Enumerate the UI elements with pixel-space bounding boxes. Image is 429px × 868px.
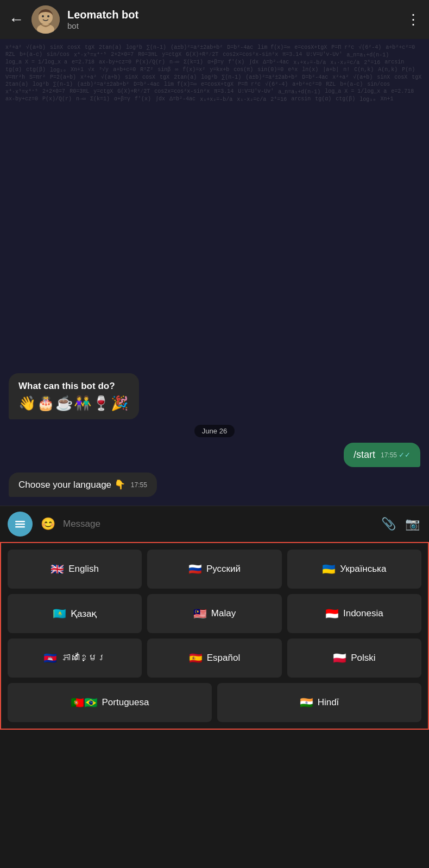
bot-language-message: Choose your language 👇 17:55 (9, 473, 157, 497)
lang-label: Русский (206, 564, 241, 575)
bot-intro-message: What can this bot do? 👋🎂☕👫🍷🎉 (9, 373, 139, 419)
header-title: Leomatch bot (67, 9, 406, 21)
svg-rect-6 (15, 524, 25, 525)
lang-label: Español (207, 653, 240, 663)
chat-messages: What can this bot do? 👋🎂☕👫🍷🎉 June 26 /st… (0, 39, 429, 506)
bot-intro-emoji: 👋🎂☕👫🍷🎉 (18, 395, 129, 412)
flag-icon: 🇮🇩 (325, 607, 339, 620)
lang-label: Malay (211, 608, 236, 619)
user-start-message: /start 17:55 ✓✓ (344, 443, 420, 467)
flag-icon: 🇮🇳 (300, 696, 313, 709)
lang-label: Hindī (318, 697, 339, 708)
svg-rect-7 (15, 526, 25, 528)
lang-button-ភាសាខ្មែរ[interactable]: 🇰🇭ភាសាខ្មែរ (8, 639, 142, 678)
lang-label: English (68, 564, 99, 575)
more-options-button[interactable]: ⋮ (406, 11, 420, 28)
bot-intro-text: What can this bot do? (18, 381, 129, 392)
flag-icon: 🇷🇺 (188, 563, 202, 576)
back-button[interactable]: ← (9, 11, 24, 28)
date-separator: June 26 (194, 425, 235, 437)
read-check: ✓✓ (399, 451, 411, 459)
avatar (31, 5, 60, 34)
message-input[interactable] (63, 519, 374, 529)
chat-header: ← Leomatch bot bot ⋮ (0, 0, 429, 39)
lang-button-portuguesa[interactable]: 🇵🇹🇧🇷Portuguesa (8, 683, 212, 722)
camera-button[interactable]: 📷 (403, 515, 421, 533)
lang-label: Қазақ (71, 608, 97, 620)
lang-button-українська[interactable]: 🇺🇦Українська (287, 550, 421, 589)
flag-icon: 🇪🇸 (189, 652, 203, 665)
flag-icon: 🇰🇿 (53, 607, 66, 620)
header-subtitle: bot (67, 21, 406, 30)
lang-button-polski[interactable]: 🇵🇱Polski (287, 639, 421, 678)
flag-icon: 🇵🇹🇧🇷 (71, 696, 98, 709)
bot-lang-text: Choose your language 👇 (18, 479, 125, 490)
bot-lang-time: 17:55 (131, 481, 147, 489)
chat-background: x²+a²√(a+b)sinXcosXtgX2tan(a)log²b∑(n-1)… (0, 39, 429, 506)
user-start-time: 17:55 ✓✓ (381, 451, 411, 459)
user-start-text: /start (354, 449, 375, 461)
attach-button[interactable]: 📎 (379, 515, 398, 533)
lang-button-malay[interactable]: 🇲🇾Malay (147, 594, 281, 633)
menu-button[interactable] (8, 512, 33, 537)
lang-label: Polski (351, 653, 375, 663)
lang-button-español[interactable]: 🇪🇸Español (147, 639, 281, 678)
svg-rect-5 (15, 521, 25, 522)
input-bar: 😊 📎 📷 (0, 506, 429, 542)
lang-button-indonesia[interactable]: 🇮🇩Indonesia (287, 594, 421, 633)
lang-label: Portuguesa (102, 697, 149, 708)
lang-button-русский[interactable]: 🇷🇺Русский (147, 550, 281, 589)
lang-label: Українська (340, 564, 386, 575)
flag-icon: 🇲🇾 (193, 607, 207, 620)
flag-icon: 🇬🇧 (51, 563, 64, 576)
emoji-button[interactable]: 😊 (38, 514, 58, 534)
lang-button-english[interactable]: 🇬🇧English (8, 550, 142, 589)
svg-point-4 (47, 15, 49, 17)
flag-icon: 🇺🇦 (322, 563, 336, 576)
lang-button-қазақ[interactable]: 🇰🇿Қазақ (8, 594, 142, 633)
flag-icon: 🇰🇭 (43, 652, 57, 665)
flag-icon: 🇵🇱 (333, 652, 346, 665)
language-keyboard: 🇬🇧English🇷🇺Русский🇺🇦Українська🇰🇿Қазақ🇲🇾M… (0, 542, 429, 730)
header-info: Leomatch bot bot (67, 9, 406, 30)
lang-label: Indonesia (343, 608, 383, 619)
lang-label: ភាសាខ្មែរ (61, 653, 106, 663)
last-row-languages: 🇵🇹🇧🇷Portuguesa🇮🇳Hindī (8, 683, 421, 722)
lang-button-hindī[interactable]: 🇮🇳Hindī (217, 683, 421, 722)
svg-point-3 (42, 15, 44, 17)
